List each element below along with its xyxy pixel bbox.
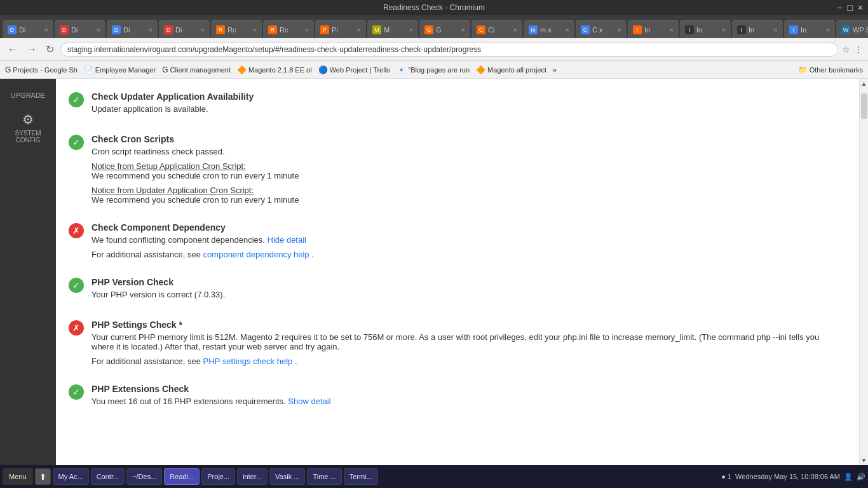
tab-in-4[interactable]: I In × xyxy=(784,20,835,38)
check-component: ✗ Check Component Dependency We found co… xyxy=(69,222,840,259)
tab-ci[interactable]: C Ci × xyxy=(471,20,522,38)
php-settings-help-link[interactable]: PHP settings check help xyxy=(203,356,293,366)
bookmark-label: Client management xyxy=(170,66,231,74)
error-icon-php-settings: ✗ xyxy=(69,320,84,336)
bookmark-blog[interactable]: 🔹 "Blog pages are run xyxy=(397,65,470,74)
scroll-thumb[interactable] xyxy=(861,93,867,119)
title-bar: Readiness Check - Chromium − □ × xyxy=(0,0,868,15)
page-icon: 🔹 xyxy=(397,65,406,74)
tab-cx[interactable]: C C x × xyxy=(576,20,627,38)
bookmark-client[interactable]: G Client management xyxy=(162,65,231,74)
php-settings-additional-label: For additional assistance, see xyxy=(92,356,201,366)
doc-icon: 📄 xyxy=(84,65,93,74)
system-config-label: SYSTEMCONFIG xyxy=(15,130,41,144)
sidebar-system-config[interactable]: ⚙ SYSTEMCONFIG xyxy=(0,105,56,150)
check-php-extensions: ✓ PHP Extensions Check You meet 16 out o… xyxy=(69,384,840,409)
tab-di-2[interactable]: D Di × xyxy=(55,20,105,38)
php-settings-link-suffix: . xyxy=(295,356,297,366)
gear-icon: ⚙ xyxy=(22,112,34,127)
check-php-settings-body: PHP Settings Check * Your current PHP me… xyxy=(92,320,840,366)
window-title: Readiness Check - Chromium xyxy=(383,3,485,12)
tab-pi[interactable]: P Pi × xyxy=(315,20,366,38)
tab-in-2[interactable]: I In × xyxy=(680,20,731,38)
sidebar: UPGRADE ⚙ SYSTEMCONFIG xyxy=(0,79,56,465)
tab-rc-1[interactable]: R Rc × xyxy=(211,20,262,38)
error-icon-component: ✗ xyxy=(69,223,84,238)
magento2-icon: 🔶 xyxy=(476,65,485,74)
maximize-button[interactable]: □ xyxy=(847,3,852,13)
tab-rc-2[interactable]: R Rc × xyxy=(263,20,314,38)
more-bookmarks-label: » xyxy=(553,66,557,74)
show-detail-link[interactable]: Show detail xyxy=(288,396,330,406)
bookmark-magento-all[interactable]: 🔶 Magento all project xyxy=(476,65,546,74)
component-additional: For additional assistance, see component… xyxy=(92,250,840,259)
check-component-desc: We found conflicting component dependenc… xyxy=(92,235,840,245)
reload-button[interactable]: ↻ xyxy=(43,42,57,57)
bookmark-label: Employee Manager xyxy=(95,66,156,74)
success-icon-php-ext: ✓ xyxy=(69,384,84,400)
folder-icon: 📁 xyxy=(798,65,808,74)
check-php-settings-title: PHP Settings Check * xyxy=(92,320,840,330)
bookmark-label: Projects - Google Sh xyxy=(13,66,78,74)
close-button[interactable]: × xyxy=(858,3,863,13)
address-icons: ☆ ⋮ xyxy=(842,44,863,55)
bookmark-more[interactable]: » xyxy=(553,66,557,74)
tab-di-1[interactable]: D Di × xyxy=(3,20,53,38)
upgrade-label: UPGRADE xyxy=(11,92,45,99)
check-updater: ✓ Check Updater Application Availability… xyxy=(69,92,840,116)
bookmark-projects[interactable]: G Projects - Google Sh xyxy=(5,65,78,74)
cron-notice-2-label: Notice from Updater Application Cron Scr… xyxy=(92,186,254,195)
tab-in-1[interactable]: I In × xyxy=(628,20,679,38)
check-php-extensions-title: PHP Extensions Check xyxy=(92,384,840,394)
check-component-title: Check Component Dependency xyxy=(92,222,840,233)
tab-di-4[interactable]: D Di × xyxy=(159,20,210,38)
check-php-version-body: PHP Version Check Your PHP version is co… xyxy=(92,277,840,302)
check-cron-title: Check Cron Scripts xyxy=(92,134,840,144)
back-button[interactable]: ← xyxy=(5,43,20,57)
bookmark-label: Web Project | Trello xyxy=(330,66,391,74)
php-settings-additional: For additional assistance, see PHP setti… xyxy=(92,356,840,366)
scrollbar[interactable]: ▲ ▼ xyxy=(859,79,868,465)
tab-wp[interactable]: W WP 3 × xyxy=(836,20,868,38)
scroll-up-button[interactable]: ▲ xyxy=(860,79,868,88)
bookmark-magento[interactable]: 🔶 Magento 2.1.8 EE ol xyxy=(237,65,312,74)
tab-mx[interactable]: m m x × xyxy=(524,20,574,38)
bookmark-star-icon[interactable]: ☆ xyxy=(842,44,850,55)
bookmark-employee[interactable]: 📄 Employee Manager xyxy=(84,65,156,74)
tab-bar: D Di × D Di × D Di × D Di × R Rc × R Rc … xyxy=(0,15,868,38)
php-ext-desc-text: You meet 16 out of 16 PHP extensions req… xyxy=(92,396,288,406)
address-bar: ← → ↻ ☆ ⋮ xyxy=(0,38,868,61)
check-php-extensions-desc: You meet 16 out of 16 PHP extensions req… xyxy=(92,396,840,406)
minimize-button[interactable]: − xyxy=(837,3,842,13)
bookmark-label: Magento 2.1.8 EE ol xyxy=(248,66,312,74)
browser-content: UPGRADE ⚙ SYSTEMCONFIG ✓ Check Updater A… xyxy=(0,79,868,465)
component-help-link[interactable]: component dependency help xyxy=(203,250,309,259)
check-php-settings: ✗ PHP Settings Check * Your current PHP … xyxy=(69,320,840,366)
check-updater-desc: Updater application is available. xyxy=(92,104,840,114)
menu-icon[interactable]: ⋮ xyxy=(854,44,863,55)
check-php-extensions-body: PHP Extensions Check You meet 16 out of … xyxy=(92,384,840,409)
magento-icon: 🔶 xyxy=(237,65,247,74)
bookmark-other[interactable]: 📁 Other bookmarks xyxy=(798,65,863,74)
bookmarks-bar: G Projects - Google Sh 📄 Employee Manage… xyxy=(0,61,868,79)
tab-m[interactable]: M M × xyxy=(367,20,418,38)
page-content[interactable]: ✓ Check Updater Application Availability… xyxy=(56,79,859,465)
bookmark-label: Other bookmarks xyxy=(810,66,863,74)
scroll-down-button[interactable]: ▼ xyxy=(860,456,868,465)
url-input[interactable] xyxy=(60,43,838,57)
bookmark-label: "Blog pages are run xyxy=(408,66,470,74)
hide-detail-link[interactable]: Hide detail xyxy=(268,235,306,245)
bookmark-label: Magento all project xyxy=(487,66,546,74)
bookmark-trello[interactable]: 🔵 Web Project | Trello xyxy=(318,65,391,74)
tab-g[interactable]: G G × xyxy=(419,20,470,38)
component-desc-text: We found conflicting component dependenc… xyxy=(92,235,268,245)
success-icon-cron: ✓ xyxy=(69,135,84,150)
window-controls[interactable]: − □ × xyxy=(837,3,863,13)
tab-in-3[interactable]: I In × xyxy=(732,20,783,38)
forward-button[interactable]: → xyxy=(24,43,39,57)
tab-di-3[interactable]: D Di × xyxy=(107,20,158,38)
success-icon: ✓ xyxy=(69,92,84,107)
cron-notice-2: Notice from Updater Application Cron Scr… xyxy=(92,186,840,205)
check-cron: ✓ Check Cron Scripts Cron script readine… xyxy=(69,134,840,205)
component-additional-label: For additional assistance, see xyxy=(92,250,201,259)
